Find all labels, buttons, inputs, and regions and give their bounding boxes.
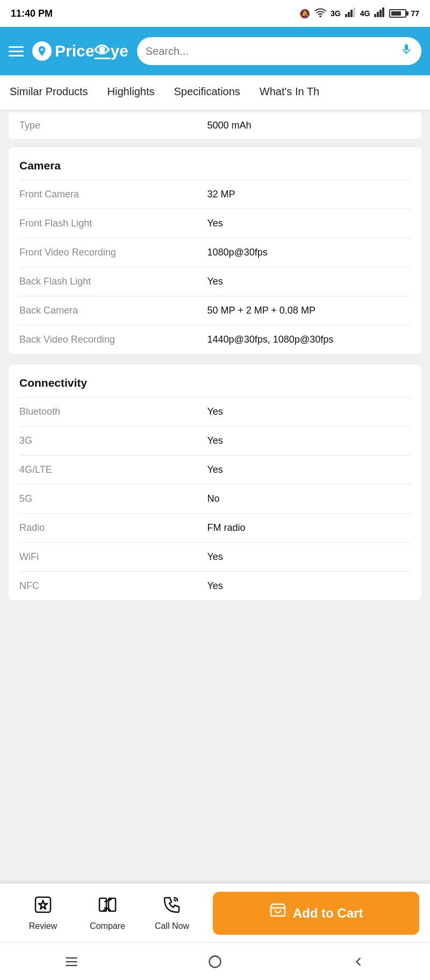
spec-row: Front Camera 32 MP bbox=[19, 180, 411, 209]
navigation-bar bbox=[0, 942, 430, 980]
logo-icon bbox=[32, 41, 52, 61]
svg-rect-5 bbox=[374, 14, 376, 17]
svg-rect-2 bbox=[348, 12, 350, 17]
svg-rect-1 bbox=[345, 14, 347, 17]
3g-icon: 3G bbox=[331, 9, 341, 18]
battery-icon bbox=[389, 9, 406, 18]
spec-row: Bluetooth Yes bbox=[19, 397, 411, 426]
spec-row: Back Flash Light Yes bbox=[19, 267, 411, 296]
partial-type-row: Type 5000 mAh bbox=[19, 112, 411, 139]
spec-value: 1440p@30fps, 1080p@30fps bbox=[207, 334, 411, 345]
camera-section-card: Camera Front Camera 32 MP Front Flash Li… bbox=[9, 147, 421, 354]
spec-row: Front Flash Light Yes bbox=[19, 209, 411, 238]
svg-point-16 bbox=[209, 956, 220, 967]
svg-rect-9 bbox=[35, 897, 51, 912]
notification-muted-icon: 🔕 bbox=[299, 9, 310, 19]
camera-rows: Front Camera 32 MP Front Flash Light Yes… bbox=[19, 180, 411, 354]
spec-label: NFC bbox=[19, 580, 207, 592]
svg-rect-8 bbox=[382, 8, 384, 17]
svg-point-0 bbox=[320, 16, 321, 17]
nav-home-button[interactable] bbox=[204, 951, 226, 972]
spec-value: Yes bbox=[207, 218, 411, 229]
call-now-label: Call Now bbox=[155, 921, 189, 931]
spec-label: Front Camera bbox=[19, 189, 207, 200]
add-to-cart-button[interactable]: Add to Cart bbox=[213, 892, 419, 935]
cart-icon bbox=[269, 903, 286, 924]
spec-row: Front Video Recording 1080p@30fps bbox=[19, 238, 411, 267]
spec-value: Yes bbox=[207, 580, 411, 592]
call-now-action[interactable]: Call Now bbox=[140, 895, 204, 931]
spec-label: Radio bbox=[19, 522, 207, 534]
hamburger-menu[interactable] bbox=[9, 46, 24, 56]
spec-row: Radio FM radio bbox=[19, 513, 411, 542]
tab-specifications[interactable]: Specifications bbox=[164, 75, 249, 110]
bottom-action-bar: Review Compare Call Now bbox=[0, 883, 430, 942]
call-icon bbox=[162, 895, 182, 918]
spec-value: Yes bbox=[207, 406, 411, 417]
tab-similar-products[interactable]: Similar Products bbox=[5, 75, 98, 110]
spec-value: 1080p@30fps bbox=[207, 247, 411, 258]
connectivity-section-title: Connectivity bbox=[19, 365, 411, 397]
wifi-icon bbox=[314, 6, 326, 20]
spec-label: Back Flash Light bbox=[19, 276, 207, 287]
spec-row: 5G No bbox=[19, 484, 411, 513]
spec-row: 4G/LTE Yes bbox=[19, 455, 411, 484]
search-bar[interactable] bbox=[137, 37, 421, 65]
spec-value: FM radio bbox=[207, 522, 411, 534]
spec-row: Back Video Recording 1440p@30fps, 1080p@… bbox=[19, 325, 411, 354]
spec-value: Yes bbox=[207, 464, 411, 475]
spec-label: Back Video Recording bbox=[19, 334, 207, 345]
header: Price👁ye bbox=[0, 27, 430, 75]
4g-icon: 4G bbox=[360, 9, 370, 18]
spec-value: 50 MP + 2 MP + 0.08 MP bbox=[207, 305, 411, 316]
svg-rect-3 bbox=[350, 10, 353, 17]
status-bar: 11:40 PM 🔕 3G 4G bbox=[0, 0, 430, 27]
spec-label: 3G bbox=[19, 435, 207, 446]
tabs-bar: Similar Products Highlights Specificatio… bbox=[0, 75, 430, 110]
review-icon bbox=[33, 895, 53, 918]
svg-rect-4 bbox=[353, 8, 355, 17]
spec-label: Front Flash Light bbox=[19, 218, 207, 229]
spec-row: 3G Yes bbox=[19, 426, 411, 455]
partial-battery-card: Type 5000 mAh bbox=[9, 112, 421, 139]
add-to-cart-label: Add to Cart bbox=[293, 906, 363, 921]
camera-section-title: Camera bbox=[19, 147, 411, 180]
review-label: Review bbox=[29, 921, 57, 931]
spec-value: Yes bbox=[207, 551, 411, 563]
compare-action[interactable]: Compare bbox=[75, 895, 140, 931]
nav-menu-button[interactable] bbox=[61, 951, 82, 972]
microphone-icon[interactable] bbox=[400, 43, 413, 59]
nav-back-button[interactable] bbox=[348, 951, 369, 972]
logo-text: Price👁ye bbox=[55, 42, 128, 60]
logo: Price👁ye bbox=[32, 41, 128, 61]
svg-rect-7 bbox=[379, 10, 382, 17]
partial-type-label: Type bbox=[19, 120, 207, 131]
spec-value: No bbox=[207, 493, 411, 505]
status-time: 11:40 PM bbox=[11, 8, 53, 19]
spec-label: Bluetooth bbox=[19, 406, 207, 417]
spec-row: WiFi Yes bbox=[19, 542, 411, 571]
connectivity-rows: Bluetooth Yes 3G Yes 4G/LTE Yes 5G No Ra… bbox=[19, 397, 411, 600]
spec-value: Yes bbox=[207, 435, 411, 446]
partial-type-value: 5000 mAh bbox=[207, 120, 251, 131]
status-icons: 🔕 3G 4G bbox=[299, 6, 419, 20]
spec-label: 5G bbox=[19, 493, 207, 505]
content-area: Type 5000 mAh Camera Front Camera 32 MP … bbox=[0, 112, 430, 719]
spec-label: Front Video Recording bbox=[19, 247, 207, 258]
review-action[interactable]: Review bbox=[11, 895, 75, 931]
connectivity-section-card: Connectivity Bluetooth Yes 3G Yes 4G/LTE… bbox=[9, 365, 421, 600]
spec-label: WiFi bbox=[19, 551, 207, 563]
tab-whats-in-the[interactable]: What's In Th bbox=[250, 75, 329, 110]
spec-value: Yes bbox=[207, 276, 411, 287]
spec-row: NFC Yes bbox=[19, 571, 411, 600]
signal2-bars-icon bbox=[374, 8, 385, 19]
search-input[interactable] bbox=[146, 45, 396, 58]
compare-label: Compare bbox=[90, 921, 125, 931]
spec-row: Back Camera 50 MP + 2 MP + 0.08 MP bbox=[19, 296, 411, 325]
battery-percent: 77 bbox=[411, 9, 419, 18]
spec-label: Back Camera bbox=[19, 305, 207, 316]
svg-rect-6 bbox=[377, 12, 379, 17]
spec-value: 32 MP bbox=[207, 189, 411, 200]
tab-highlights[interactable]: Highlights bbox=[98, 75, 164, 110]
signal-bars-icon bbox=[345, 8, 356, 19]
